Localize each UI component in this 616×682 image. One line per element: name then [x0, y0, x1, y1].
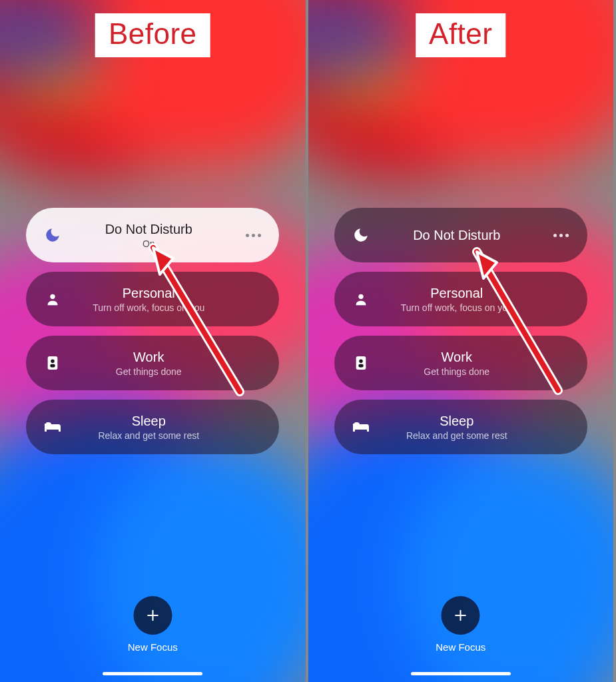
focus-mode-list: Do Not Disturb On Personal Turn off work…: [26, 208, 279, 454]
new-focus-button[interactable]: New Focus: [436, 596, 485, 653]
focus-status: On: [143, 238, 155, 249]
after-label: After: [416, 13, 505, 57]
more-options-icon[interactable]: [242, 234, 264, 237]
svg-rect-7: [358, 364, 363, 368]
focus-title: Work: [133, 350, 164, 365]
plus-icon: [133, 596, 172, 635]
svg-point-4: [358, 294, 363, 299]
more-options-icon[interactable]: [550, 234, 573, 237]
focus-item-sleep[interactable]: Sleep Relax and get some rest: [26, 400, 279, 454]
svg-point-2: [51, 360, 55, 364]
panel-before: Before Do Not Disturb On Personal Turn o…: [0, 0, 308, 682]
new-focus-label: New Focus: [128, 641, 178, 653]
home-indicator[interactable]: [411, 672, 511, 675]
new-focus-label: New Focus: [436, 641, 485, 653]
plus-icon: [442, 596, 480, 635]
focus-title: Sleep: [440, 414, 473, 429]
focus-title: Sleep: [132, 414, 166, 429]
focus-title: Do Not Disturb: [413, 228, 500, 243]
focus-mode-list: Do Not Disturb Personal Turn off work, f…: [334, 208, 587, 454]
focus-title: Personal: [430, 286, 483, 301]
panel-after: After Do Not Disturb Personal Turn off w…: [308, 0, 617, 682]
focus-title: Work: [442, 350, 472, 365]
focus-subtitle: Get things done: [424, 366, 489, 377]
new-focus-button[interactable]: New Focus: [128, 596, 178, 653]
svg-point-0: [51, 294, 55, 299]
focus-item-do-not-disturb[interactable]: Do Not Disturb: [334, 208, 587, 262]
focus-subtitle: Relax and get some rest: [98, 430, 199, 441]
focus-subtitle: Relax and get some rest: [406, 430, 507, 441]
focus-item-work[interactable]: Work Get things done: [334, 336, 587, 390]
focus-title: Do Not Disturb: [105, 222, 192, 237]
focus-item-sleep[interactable]: Sleep Relax and get some rest: [334, 400, 587, 454]
focus-subtitle: Turn off work, focus on you: [93, 302, 204, 313]
focus-item-personal[interactable]: Personal Turn off work, focus on you: [26, 272, 279, 326]
focus-item-do-not-disturb[interactable]: Do Not Disturb On: [26, 208, 279, 262]
focus-title: Personal: [123, 286, 175, 301]
before-label: Before: [95, 13, 210, 57]
focus-subtitle: Turn off work, focus on you: [401, 302, 513, 313]
svg-rect-3: [51, 364, 55, 368]
svg-point-6: [359, 360, 363, 364]
focus-subtitle: Get things done: [116, 366, 182, 377]
focus-item-work[interactable]: Work Get things done: [26, 336, 279, 390]
home-indicator[interactable]: [103, 672, 202, 675]
focus-item-personal[interactable]: Personal Turn off work, focus on you: [334, 272, 587, 326]
